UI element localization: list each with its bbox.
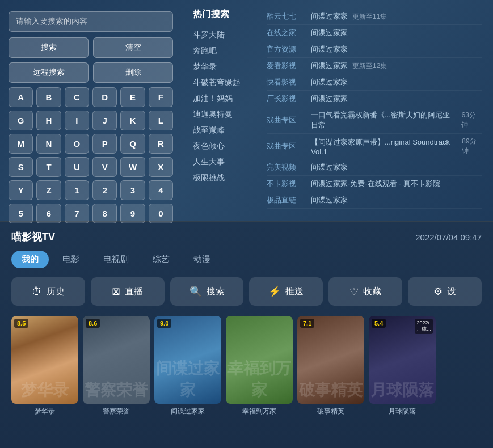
- result-item[interactable]: 在线之家 间谍过家家: [267, 25, 482, 41]
- result-source: 戏曲专区: [267, 141, 306, 151]
- key-9[interactable]: 9: [120, 204, 145, 223]
- key-u[interactable]: U: [65, 157, 89, 177]
- result-item[interactable]: 不卡影视 间谍过家家-免费-在线观看 - 真不卡影院: [267, 176, 482, 192]
- nav-tab-我的[interactable]: 我的: [11, 251, 49, 268]
- key-4[interactable]: 4: [149, 180, 173, 200]
- key-6[interactable]: 6: [36, 204, 61, 223]
- key-5[interactable]: 5: [9, 204, 33, 223]
- movie-score: 8.5: [14, 319, 28, 328]
- func-btn-label: 收藏: [363, 286, 381, 298]
- result-title: 间谍过家家: [311, 195, 348, 205]
- key-j[interactable]: J: [92, 111, 117, 130]
- key-a[interactable]: A: [9, 87, 33, 107]
- key-8[interactable]: 8: [92, 204, 117, 223]
- clear-button[interactable]: 清空: [93, 37, 173, 58]
- key-c[interactable]: C: [65, 87, 89, 107]
- func-btn-设[interactable]: ⚙设: [408, 277, 482, 306]
- search-input[interactable]: 请输入要搜索的内容: [9, 11, 173, 32]
- key-s[interactable]: S: [9, 157, 33, 177]
- result-item[interactable]: 酷云七七 间谍过家家 更新至11集: [267, 9, 482, 25]
- app-title: 喵影视TV: [11, 230, 55, 244]
- movie-card[interactable]: 5.4 2022/月球... 月球陨落 月球陨落: [369, 316, 436, 416]
- key-q[interactable]: Q: [120, 134, 145, 154]
- app-header: 喵影视TV 2022/07/04 09:47: [11, 230, 482, 244]
- remote-search-button[interactable]: 远程搜索: [9, 62, 89, 83]
- action-buttons-row2: 远程搜索 删除: [9, 62, 173, 83]
- key-r[interactable]: R: [149, 134, 173, 154]
- movie-card[interactable]: 幸福到万家 幸福到万家: [226, 316, 293, 416]
- result-item[interactable]: 完美视频 间谍过家家: [267, 159, 482, 176]
- key-m[interactable]: M: [9, 134, 33, 154]
- hot-search-item[interactable]: 加油！妈妈: [193, 91, 255, 107]
- key-1[interactable]: 1: [65, 180, 89, 200]
- key-p[interactable]: P: [92, 134, 117, 154]
- hot-search-item[interactable]: 斗破苍穹缘起: [193, 75, 255, 91]
- key-x[interactable]: X: [149, 157, 173, 177]
- key-k[interactable]: K: [120, 111, 145, 130]
- key-w[interactable]: W: [120, 157, 145, 177]
- key-h[interactable]: H: [36, 111, 61, 130]
- hot-search-item[interactable]: 战至巅峰: [193, 122, 255, 138]
- key-y[interactable]: Y: [9, 180, 33, 200]
- hot-search-item[interactable]: 夜色倾心: [193, 138, 255, 154]
- nav-tab-电视剧[interactable]: 电视剧: [93, 251, 139, 268]
- nav-tab-综艺[interactable]: 综艺: [142, 251, 180, 268]
- hot-search-item[interactable]: 斗罗大陆: [193, 27, 255, 43]
- hot-search-column: 热门搜索 斗罗大陆奔跑吧梦华录斗破苍穹缘起加油！妈妈迪迦奥特曼战至巅峰夜色倾心人…: [193, 9, 255, 213]
- key-e[interactable]: E: [120, 87, 145, 107]
- key-g[interactable]: G: [9, 111, 33, 130]
- key-7[interactable]: 7: [65, 204, 89, 223]
- key-d[interactable]: D: [92, 87, 117, 107]
- result-item[interactable]: 厂长影视 间谍过家家: [267, 91, 482, 107]
- key-o[interactable]: O: [65, 134, 89, 154]
- key-0[interactable]: 0: [149, 204, 173, 223]
- key-l[interactable]: L: [149, 111, 173, 130]
- result-source: 在线之家: [267, 28, 306, 38]
- key-n[interactable]: N: [36, 134, 61, 154]
- key-b[interactable]: B: [36, 87, 61, 107]
- movie-poster: 8.5 梦华录: [11, 316, 78, 404]
- movie-card[interactable]: 9.0 间谍过家家 间谍过家家: [154, 316, 221, 416]
- hot-search-item[interactable]: 梦华录: [193, 59, 255, 75]
- nav-tab-电影[interactable]: 电影: [52, 251, 90, 268]
- hot-search-item[interactable]: 人生大事: [193, 154, 255, 170]
- key-3[interactable]: 3: [120, 180, 145, 200]
- movie-poster: 7.1 破事精英: [297, 316, 364, 404]
- result-item[interactable]: 戏曲专区 一口气看完霸权新番《...密斯夫妇的阿尼亚日常 63分钟: [267, 107, 482, 134]
- nav-tab-动漫[interactable]: 动漫: [183, 251, 221, 268]
- result-item[interactable]: 爱看影视 间谍过家家 更新至12集: [267, 58, 482, 74]
- hot-search-items: 斗罗大陆奔跑吧梦华录斗破苍穹缘起加油！妈妈迪迦奥特曼战至巅峰夜色倾心人生大事极限…: [193, 27, 255, 186]
- key-f[interactable]: F: [149, 87, 173, 107]
- 收藏-icon: ♡: [349, 285, 359, 298]
- result-item[interactable]: 快看影视 间谍过家家: [267, 74, 482, 91]
- func-btn-收藏[interactable]: ♡收藏: [328, 277, 402, 306]
- result-item[interactable]: 极品直链 间谍过家家: [267, 192, 482, 209]
- key-i[interactable]: I: [65, 111, 89, 130]
- func-btn-搜索[interactable]: 🔍搜索: [170, 277, 244, 306]
- result-item[interactable]: 戏曲专区 【间谍过家家原声带】...riginal Soundtrack Vol…: [267, 134, 482, 159]
- tv-app-panel: 喵影视TV 2022/07/04 09:47 我的电影电视剧综艺动漫 ⏱历史⊠直…: [0, 222, 493, 448]
- func-btn-label: 直播: [125, 286, 143, 298]
- hot-search-item[interactable]: 奔跑吧: [193, 43, 255, 59]
- key-v[interactable]: V: [92, 157, 117, 177]
- key-t[interactable]: T: [36, 157, 61, 177]
- func-btn-label: 推送: [285, 286, 304, 298]
- function-buttons: ⏱历史⊠直播🔍搜索⚡推送♡收藏⚙设: [11, 277, 482, 306]
- func-btn-历史[interactable]: ⏱历史: [11, 277, 85, 306]
- movie-card[interactable]: 8.5 梦华录 梦华录: [11, 316, 78, 416]
- key-z[interactable]: Z: [36, 180, 61, 200]
- movie-card[interactable]: 7.1 破事精英 破事精英: [297, 316, 364, 416]
- hot-search-item[interactable]: 迪迦奥特曼: [193, 107, 255, 122]
- movie-score: 9.0: [157, 319, 171, 328]
- keyboard-panel: 请输入要搜索的内容 搜索 清空 远程搜索 删除 ABCDEFGHIJKLMNOP…: [0, 0, 182, 221]
- func-btn-推送[interactable]: ⚡推送: [249, 277, 323, 306]
- key-2[interactable]: 2: [92, 180, 117, 200]
- result-source: 不卡影视: [267, 179, 306, 189]
- func-btn-直播[interactable]: ⊠直播: [91, 277, 165, 306]
- result-title: 间谍过家家: [311, 94, 348, 104]
- hot-search-item[interactable]: 极限挑战: [193, 170, 255, 186]
- delete-button[interactable]: 删除: [93, 62, 173, 83]
- result-item[interactable]: 官方资源 间谍过家家: [267, 41, 482, 58]
- movie-card[interactable]: 8.6 警察荣誉 警察荣誉: [83, 316, 150, 416]
- search-button[interactable]: 搜索: [9, 37, 89, 58]
